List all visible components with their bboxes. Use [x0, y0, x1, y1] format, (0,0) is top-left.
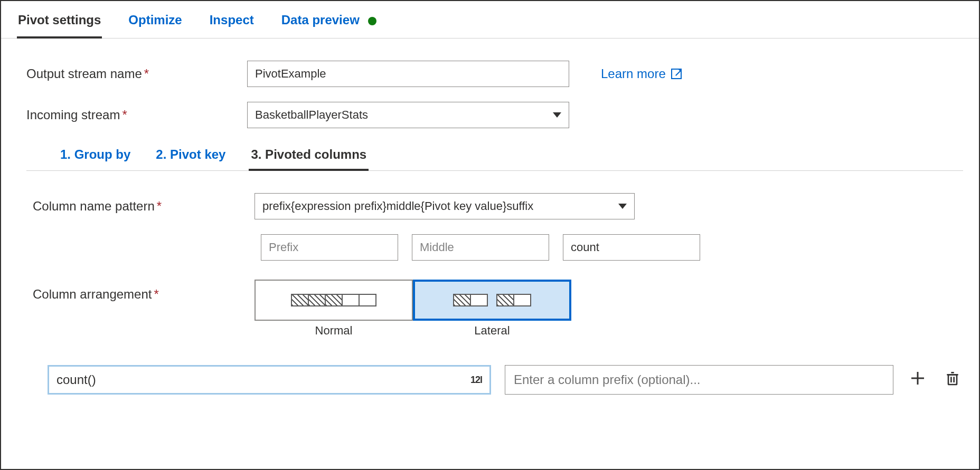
normal-pattern-icon [291, 294, 376, 306]
expression-input[interactable]: count() 12l [48, 365, 491, 395]
expression-value: count() [56, 372, 470, 387]
required-asterisk: * [122, 108, 127, 122]
sub-tabs: 1. Group by 2. Pivot key 3. Pivoted colu… [26, 143, 963, 171]
learn-more-label: Learn more [601, 66, 666, 81]
column-name-pattern-label: Column name pattern* [33, 199, 255, 214]
arrangement-lateral-label: Lateral [474, 324, 510, 338]
tab-pivot-settings[interactable]: Pivot settings [17, 13, 102, 38]
subtab-pivoted-columns[interactable]: 3. Pivoted columns [249, 143, 369, 170]
tab-inspect[interactable]: Inspect [209, 13, 255, 38]
plus-icon [909, 370, 926, 390]
output-stream-input[interactable] [247, 61, 569, 87]
required-asterisk: * [154, 287, 158, 301]
column-name-pattern-value: prefix{expression prefix}middle{Pivot ke… [262, 199, 618, 213]
lateral-pattern-icon [453, 294, 531, 306]
expression-type-tag: 12l [470, 375, 482, 386]
arrangement-lateral-option[interactable] [413, 280, 571, 321]
trash-icon [944, 370, 961, 390]
incoming-stream-value: BasketballPlayerStats [255, 108, 553, 122]
subtab-group-by[interactable]: 1. Group by [58, 143, 133, 170]
arrangement-normal-label: Normal [315, 324, 353, 338]
chevron-down-icon [553, 112, 561, 118]
column-arrangement-label: Column arrangement* [33, 280, 255, 302]
arrangement-normal-option[interactable] [255, 280, 413, 321]
status-dot-icon [368, 17, 376, 25]
incoming-stream-label: Incoming stream* [26, 108, 247, 122]
column-prefix-input[interactable] [505, 365, 893, 395]
middle-input[interactable] [412, 234, 549, 261]
suffix-input[interactable] [563, 234, 700, 261]
column-name-pattern-select[interactable]: prefix{expression prefix}middle{Pivot ke… [255, 193, 635, 219]
svg-rect-2 [948, 375, 957, 385]
external-link-icon [671, 69, 682, 79]
tab-optimize[interactable]: Optimize [127, 13, 183, 38]
tab-data-preview-label: Data preview [281, 13, 360, 27]
add-button[interactable] [907, 369, 928, 390]
top-tabs: Pivot settings Optimize Inspect Data pre… [1, 1, 979, 39]
incoming-stream-select[interactable]: BasketballPlayerStats [247, 102, 569, 128]
required-asterisk: * [144, 66, 149, 81]
prefix-input[interactable] [261, 234, 398, 261]
chevron-down-icon [618, 204, 627, 209]
required-asterisk: * [157, 199, 162, 213]
tab-data-preview[interactable]: Data preview [280, 13, 378, 38]
delete-button[interactable] [942, 369, 963, 390]
subtab-pivot-key[interactable]: 2. Pivot key [154, 143, 228, 170]
output-stream-label: Output stream name* [26, 66, 247, 81]
learn-more-link[interactable]: Learn more [601, 66, 682, 81]
